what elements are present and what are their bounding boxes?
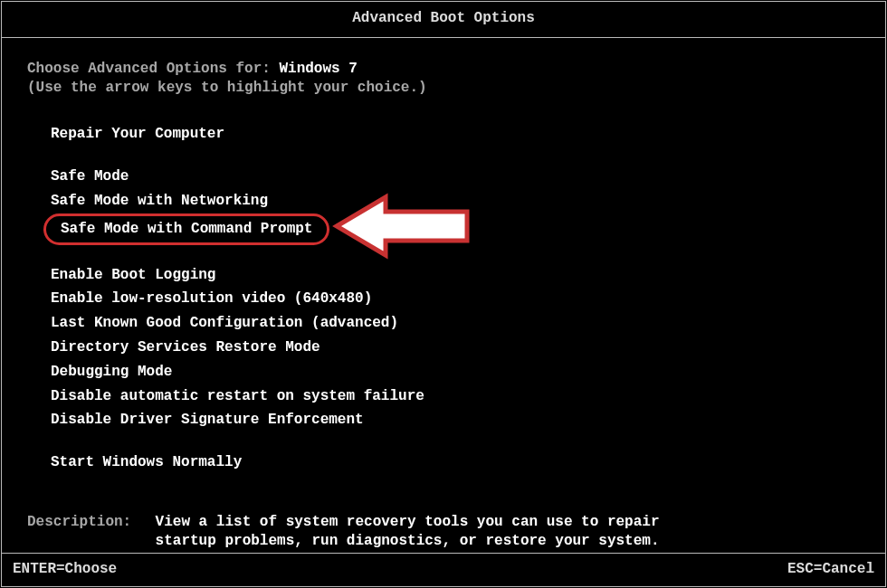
boot-option[interactable]: Safe Mode with Command Prompt xyxy=(43,213,329,245)
boot-options-list: Repair Your ComputerSafe ModeSafe Mode w… xyxy=(27,122,885,475)
main-content: Choose Advanced Options for: Windows 7 (… xyxy=(2,38,885,551)
description-label: Description: xyxy=(27,513,147,532)
page-title: Advanced Boot Options xyxy=(2,2,885,38)
os-name: Windows 7 xyxy=(279,61,357,77)
boot-option[interactable]: Start Windows Normally xyxy=(43,450,249,475)
boot-option[interactable]: Disable Driver Signature Enforcement xyxy=(43,408,371,432)
boot-option[interactable]: Last Known Good Configuration (advanced) xyxy=(43,311,405,336)
boot-option[interactable]: Debugging Mode xyxy=(43,360,179,384)
boot-option[interactable]: Safe Mode with Networking xyxy=(43,189,275,213)
option-group: Start Windows Normally xyxy=(27,450,885,475)
boot-option[interactable]: Disable automatic restart on system fail… xyxy=(43,384,432,409)
boot-option[interactable]: Enable Boot Logging xyxy=(43,263,223,288)
option-group: Repair Your Computer xyxy=(27,122,885,147)
boot-option[interactable]: Directory Services Restore Mode xyxy=(43,336,328,360)
footer-enter: ENTER=Choose xyxy=(13,560,117,579)
window-frame: Advanced Boot Options Choose Advanced Op… xyxy=(1,1,886,587)
option-group: Enable Boot LoggingEnable low-resolution… xyxy=(27,263,885,433)
description-body: View a list of system recovery tools you… xyxy=(156,513,663,551)
option-group: Safe ModeSafe Mode with NetworkingSafe M… xyxy=(27,165,885,244)
os-chooser-line: Choose Advanced Options for: Windows 7 xyxy=(27,60,885,79)
description-block: Description: View a list of system recov… xyxy=(27,513,885,551)
boot-option[interactable]: Enable low-resolution video (640x480) xyxy=(43,287,379,311)
nav-hint: (Use the arrow keys to highlight your ch… xyxy=(27,79,885,98)
choose-label: Choose Advanced Options for: xyxy=(27,61,279,77)
boot-option[interactable]: Repair Your Computer xyxy=(43,122,232,147)
boot-option[interactable]: Safe Mode xyxy=(43,165,136,189)
footer-esc: ESC=Cancel xyxy=(787,560,874,579)
footer-bar: ENTER=Choose ESC=Cancel xyxy=(2,553,885,586)
